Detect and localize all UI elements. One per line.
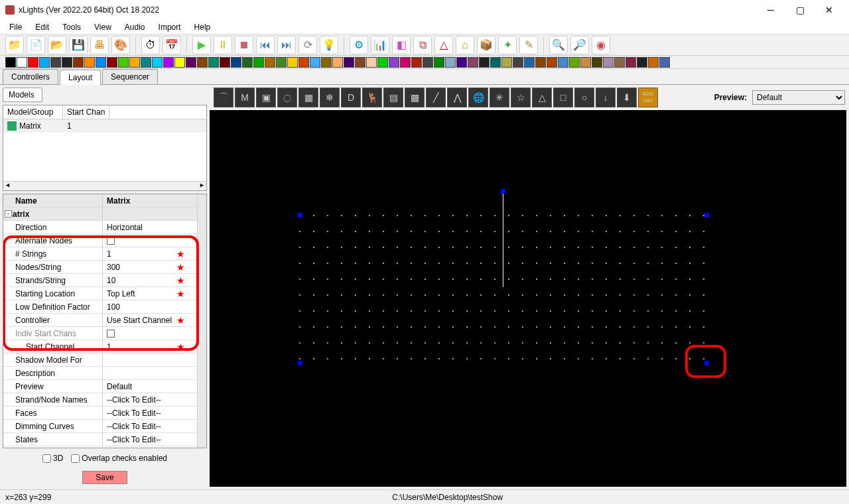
model-star8-icon[interactable]: ✳ <box>490 88 509 107</box>
effect-swatch[interactable] <box>366 57 377 68</box>
col-model-group[interactable]: Model/Group <box>3 105 63 119</box>
model-snow-icon[interactable]: ❄ <box>320 88 340 107</box>
menu-file[interactable]: File <box>3 21 29 33</box>
col-start-chan[interactable]: Start Chan <box>63 105 109 119</box>
effect-swatch[interactable] <box>648 57 659 68</box>
gear-icon[interactable]: ⚙ <box>350 36 368 54</box>
effect-swatch[interactable] <box>513 57 523 68</box>
effect-swatch[interactable] <box>637 57 647 68</box>
new-folder-icon[interactable]: 📁 <box>5 36 24 54</box>
effect-swatch[interactable] <box>310 57 320 68</box>
prop-row[interactable]: Strands/String10★ <box>3 274 197 287</box>
effect-swatch[interactable] <box>501 57 512 68</box>
tab-sequencer[interactable]: Sequencer <box>102 69 158 84</box>
prop-row[interactable]: Low Definition Factor100 <box>3 300 197 314</box>
stop-icon[interactable]: ⏹ <box>235 36 253 54</box>
prop-row[interactable]: Dimming Curves--Click To Edit-- <box>3 420 197 433</box>
effect-swatch[interactable] <box>242 57 253 68</box>
effect-swatch[interactable] <box>569 57 580 68</box>
effect-swatch[interactable] <box>625 57 636 68</box>
prop-value[interactable]: --Click To Edit-- <box>103 393 197 406</box>
prop-row[interactable]: Strand/Node Names--Click To Edit-- <box>3 393 197 407</box>
menu-view[interactable]: View <box>88 21 118 33</box>
list-item[interactable]: Matrix 1 <box>3 119 206 133</box>
prop-row[interactable]: DirectionHorizontal <box>3 221 197 234</box>
prev-icon[interactable]: ⏮ <box>256 36 275 54</box>
effect-swatch[interactable] <box>84 57 95 68</box>
zoom-out-icon[interactable]: 🔎 <box>570 36 589 54</box>
effect-swatch[interactable] <box>28 57 38 68</box>
effect-swatch[interactable] <box>389 57 399 68</box>
prop-row[interactable]: Description <box>3 367 197 380</box>
effect-swatch[interactable] <box>265 57 275 68</box>
effect-swatch[interactable] <box>580 57 591 68</box>
new-sequence-icon[interactable]: 📄 <box>27 36 45 54</box>
effect-swatch[interactable] <box>107 57 117 68</box>
effect-swatch[interactable] <box>118 57 129 68</box>
effect-swatch[interactable] <box>163 57 174 68</box>
effect-swatch[interactable] <box>5 57 16 68</box>
prop-value[interactable] <box>103 327 197 340</box>
props-icon[interactable]: ◧ <box>392 36 411 54</box>
prop-category[interactable]: - Matrix <box>3 208 197 221</box>
effect-swatch[interactable] <box>50 57 61 68</box>
checkbox-icon[interactable] <box>107 237 115 245</box>
effect-swatch[interactable] <box>141 57 151 68</box>
model-star-icon[interactable]: ☆ <box>511 88 531 107</box>
sparkle-icon[interactable]: ✦ <box>498 36 517 54</box>
prop-value[interactable] <box>103 353 197 366</box>
menu-audio[interactable]: Audio <box>118 21 152 33</box>
effect-swatch[interactable] <box>332 57 343 68</box>
calendar-icon[interactable]: 📅 <box>163 36 181 54</box>
models-tab[interactable]: Models <box>3 88 42 102</box>
loop-icon[interactable]: ⟳ <box>298 36 317 54</box>
checkbox-overlap[interactable]: Overlap checks enabled <box>71 454 167 463</box>
h-scrollbar[interactable] <box>3 181 206 190</box>
prop-value[interactable] <box>103 234 197 247</box>
model-square-icon[interactable]: □ <box>553 88 573 107</box>
menu-import[interactable]: Import <box>152 21 188 33</box>
effect-swatch[interactable] <box>400 57 411 68</box>
prop-value[interactable]: 100 <box>103 300 197 313</box>
effect-swatch[interactable] <box>220 57 230 68</box>
effect-swatch[interactable] <box>321 57 332 68</box>
effect-swatch[interactable] <box>535 57 546 68</box>
model-poly-icon[interactable]: ⋀ <box>447 88 467 107</box>
tab-layout[interactable]: Layout <box>60 70 101 85</box>
model-import-icon[interactable]: ↓ <box>596 88 616 107</box>
next-icon[interactable]: ⏭ <box>277 36 296 54</box>
effect-swatch[interactable] <box>524 57 535 68</box>
effect-swatch[interactable] <box>468 57 478 68</box>
effect-swatch[interactable] <box>423 57 433 68</box>
save-all-icon[interactable]: 🖶 <box>90 36 109 54</box>
selection-handle[interactable] <box>704 213 709 218</box>
effect-swatch[interactable] <box>377 57 388 68</box>
prop-row[interactable]: Shadow Model For <box>3 353 197 367</box>
effect-swatch[interactable] <box>479 57 490 68</box>
save-icon[interactable]: 💾 <box>69 36 88 54</box>
bulb-icon[interactable]: 💡 <box>320 36 338 54</box>
clock-icon[interactable]: ⏱ <box>141 36 160 54</box>
zoom-in-icon[interactable]: 🔍 <box>549 36 568 54</box>
effect-swatch[interactable] <box>197 57 208 68</box>
effect-swatch[interactable] <box>592 57 602 68</box>
pkg-icon[interactable]: 📦 <box>477 36 495 54</box>
model-circle-icon[interactable]: ◌ <box>277 88 297 107</box>
tree-icon[interactable]: △ <box>434 36 453 54</box>
model-matrix-icon[interactable]: ▩ <box>405 88 424 107</box>
model-download-icon[interactable]: ⬇ <box>617 88 637 107</box>
prop-value[interactable]: --Click To Edit-- <box>103 420 197 432</box>
tab-controllers[interactable]: Controllers <box>3 69 58 84</box>
selection-handle[interactable] <box>298 361 302 365</box>
effect-swatch[interactable] <box>73 57 84 68</box>
menu-tools[interactable]: Tools <box>56 21 88 33</box>
effect-swatch[interactable] <box>276 57 287 68</box>
model-arch-icon[interactable]: ⌒ <box>214 88 233 107</box>
menu-help[interactable]: Help <box>188 21 218 33</box>
prop-row[interactable]: # Strings1★ <box>3 247 197 261</box>
effect-swatch[interactable] <box>208 57 219 68</box>
model-panel-icon[interactable]: ▤ <box>383 88 403 107</box>
effect-swatch[interactable] <box>129 57 140 68</box>
effect-swatch[interactable] <box>434 57 444 68</box>
prop-row[interactable]: ControllerUse Start Channel★ <box>3 314 197 327</box>
